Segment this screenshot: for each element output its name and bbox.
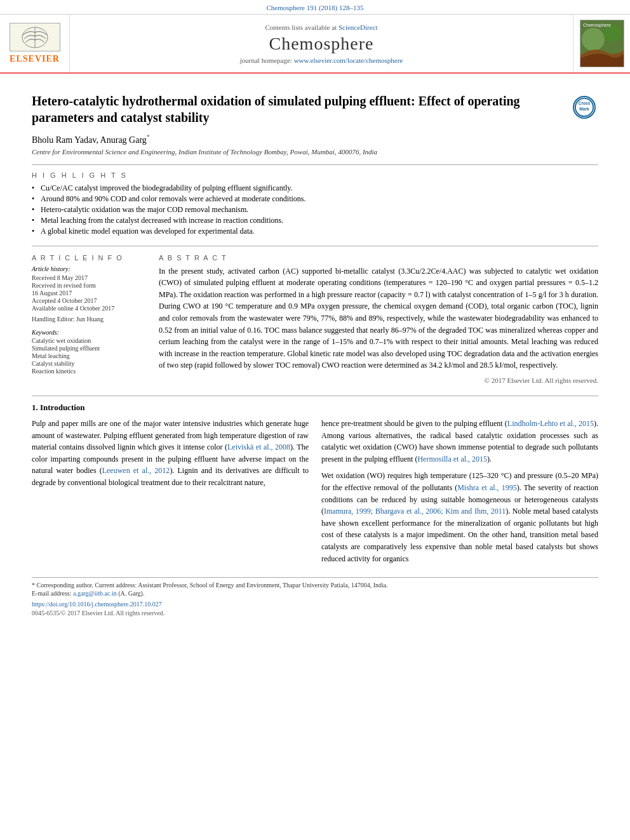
copyright-line: © 2017 Elsevier Ltd. All rights reserved… bbox=[159, 377, 598, 384]
divider-1 bbox=[32, 164, 598, 165]
journal-cover-image: Chemosphere Chemosphere bbox=[580, 20, 624, 67]
elsevier-tree-image bbox=[10, 23, 60, 51]
received-revised-label: Received in revised form bbox=[32, 282, 146, 289]
introduction-heading: 1. Introduction bbox=[32, 403, 598, 413]
journal-citation: Chemosphere 191 (2018) 128–135 bbox=[266, 4, 363, 11]
journal-homepage-line: journal homepage: www.elsevier.com/locat… bbox=[240, 57, 403, 64]
abstract-text: In the present study, activated carbon (… bbox=[159, 265, 598, 371]
keyword-1: Catalytic wet oxidation bbox=[32, 337, 146, 344]
list-item: A global kinetic model equation was deve… bbox=[32, 226, 598, 237]
ref-mishra[interactable]: Mishra et al., 1995 bbox=[457, 483, 517, 492]
email-label: E-mail address: bbox=[32, 590, 71, 597]
homepage-link[interactable]: www.elsevier.com/locate/chemosphere bbox=[294, 57, 403, 64]
doi-link[interactable]: https://doi.org/10.1016/j.chemosphere.20… bbox=[32, 601, 598, 608]
email-name: (A. Garg). bbox=[118, 590, 144, 597]
keyword-3: Metal leaching bbox=[32, 352, 146, 359]
svg-text:Mark: Mark bbox=[579, 107, 589, 111]
keywords-section: Keywords: Catalytic wet oxidation Simula… bbox=[32, 329, 146, 375]
accepted-date: Accepted 4 October 2017 bbox=[32, 297, 146, 304]
keywords-label: Keywords: bbox=[32, 329, 146, 336]
list-item: Hetero-catalytic oxidation was the major… bbox=[32, 204, 598, 215]
intro-col-left: Pulp and paper mills are one of the majo… bbox=[32, 418, 309, 570]
svg-text:Chemosphere: Chemosphere bbox=[583, 23, 611, 28]
intro-paragraph-2: hence pre-treatment should be given to t… bbox=[321, 418, 598, 465]
list-item: Cu/Ce/AC catalyst improved the biodegrad… bbox=[32, 183, 598, 194]
history-label: Article history: bbox=[32, 265, 146, 272]
handling-editor: Handling Editor: Jun Huang bbox=[32, 316, 146, 323]
intro-paragraph-1: Pulp and paper mills are one of the majo… bbox=[32, 418, 309, 489]
svg-text:Cross: Cross bbox=[579, 101, 591, 105]
keyword-2: Simulated pulping effluent bbox=[32, 345, 146, 352]
homepage-label: journal homepage: bbox=[240, 57, 292, 64]
elsevier-brand-text: ELSEVIER bbox=[10, 54, 60, 64]
article-info-column: A R T I C L E I N F O Article history: R… bbox=[32, 254, 146, 384]
publisher-logo-area: ELSEVIER bbox=[0, 15, 70, 72]
authors-text: Bholu Ram Yadav, Anurag Garg bbox=[32, 135, 147, 145]
article-info: A R T I C L E I N F O Article history: R… bbox=[32, 254, 146, 375]
ref-lindholm[interactable]: Lindholm-Lehto et al., 2015 bbox=[507, 419, 594, 428]
article-content: Cross Mark Hetero-catalytic hydrothermal… bbox=[0, 74, 630, 629]
science-direct-line: Contents lists available at ScienceDirec… bbox=[265, 23, 377, 31]
abstract-body: In the present study, activated carbon (… bbox=[159, 267, 598, 370]
journal-name: Chemosphere bbox=[269, 34, 374, 54]
received-date: Received 8 May 2017 bbox=[32, 274, 146, 281]
elsevier-logo: ELSEVIER bbox=[10, 23, 60, 64]
contents-text: Contents lists available at bbox=[265, 23, 337, 31]
crossmark-icon: Cross Mark bbox=[573, 96, 596, 119]
intro-paragraph-3: Wet oxidation (WO) requires high tempera… bbox=[321, 470, 598, 564]
footer-copyright: 0045-6535/© 2017 Elsevier Ltd. All right… bbox=[32, 610, 598, 617]
footnote-star-note: * Corresponding author. Current address:… bbox=[32, 582, 598, 589]
intro-title: Introduction bbox=[40, 403, 85, 412]
journal-title-area: Contents lists available at ScienceDirec… bbox=[70, 15, 573, 72]
corresponding-author-marker: * bbox=[147, 133, 150, 140]
svg-point-4 bbox=[582, 28, 605, 51]
introduction-section: 1. Introduction Pulp and paper mills are… bbox=[32, 396, 598, 570]
keyword-4: Catalyst stability bbox=[32, 360, 146, 367]
article-title: Hetero-catalytic hydrothermal oxidation … bbox=[32, 93, 598, 126]
list-item: Around 80% and 90% COD and color removal… bbox=[32, 194, 598, 204]
available-online: Available online 4 October 2017 bbox=[32, 305, 146, 312]
keyword-5: Reaction kinetics bbox=[32, 368, 146, 375]
journal-citation-bar: Chemosphere 191 (2018) 128–135 bbox=[0, 0, 630, 15]
email-link[interactable]: a.garg@iitb.ac.in bbox=[73, 590, 117, 597]
ref-hermosilla[interactable]: Hermosilla et al., 2015 bbox=[417, 455, 487, 463]
crossmark-badge: Cross Mark bbox=[573, 96, 598, 121]
ref-leeuwen[interactable]: Leeuwen et al., 2012 bbox=[102, 466, 170, 475]
highlights-section: H I G H L I G H T S Cu/Ce/AC catalyst im… bbox=[32, 171, 598, 237]
info-abstract-section: A R T I C L E I N F O Article history: R… bbox=[32, 254, 598, 384]
science-direct-link[interactable]: ScienceDirect bbox=[338, 23, 378, 31]
highlights-list: Cu/Ce/AC catalyst improved the biodegrad… bbox=[32, 183, 598, 237]
abstract-column: A B S T R A C T In the present study, ac… bbox=[159, 254, 598, 384]
title-area: Cross Mark Hetero-catalytic hydrothermal… bbox=[32, 93, 598, 126]
received-revised-date: 16 August 2017 bbox=[32, 290, 146, 297]
footnote-section: * Corresponding author. Current address:… bbox=[32, 577, 598, 617]
article-info-label: A R T I C L E I N F O bbox=[32, 254, 146, 262]
ref-leiviska[interactable]: Leiviskä et al., 2008 bbox=[227, 443, 290, 451]
journal-cover-area: Chemosphere Chemosphere bbox=[573, 15, 630, 72]
list-item: Metal leaching from the catalyst decreas… bbox=[32, 215, 598, 226]
authors-line: Bholu Ram Yadav, Anurag Garg* bbox=[32, 133, 598, 145]
page: Chemosphere 191 (2018) 128–135 ELSEVIER bbox=[0, 0, 630, 629]
journal-header: ELSEVIER Contents lists available at Sci… bbox=[0, 15, 630, 74]
footnote-email-line: E-mail address: a.garg@iitb.ac.in (A. Ga… bbox=[32, 590, 598, 597]
highlights-label: H I G H L I G H T S bbox=[32, 171, 598, 179]
intro-number: 1. bbox=[32, 403, 38, 412]
divider-2 bbox=[32, 246, 598, 246]
introduction-columns: Pulp and paper mills are one of the majo… bbox=[32, 418, 598, 570]
intro-col-right: hence pre-treatment should be given to t… bbox=[321, 418, 598, 570]
abstract-label: A B S T R A C T bbox=[159, 254, 598, 262]
ref-imamura[interactable]: Imamura, 1999; Bhargava et al., 2006; Ki… bbox=[324, 507, 506, 516]
affiliation-text: Centre for Environmental Science and Eng… bbox=[32, 148, 598, 156]
